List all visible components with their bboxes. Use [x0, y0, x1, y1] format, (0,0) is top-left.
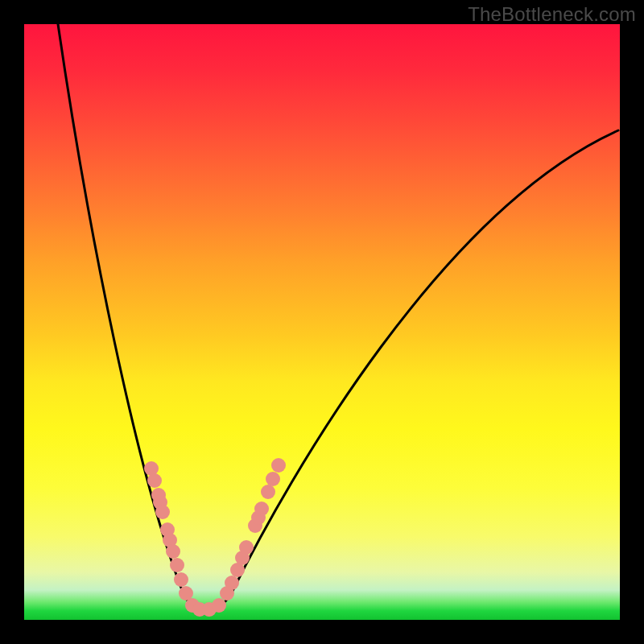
highlight-dot: [166, 544, 180, 559]
highlight-dot: [254, 502, 269, 516]
highlight-dot: [271, 458, 286, 473]
highlight-dot: [225, 576, 239, 590]
highlight-dot: [261, 485, 275, 499]
highlight-dot: [239, 540, 254, 555]
highlight-dot: [266, 472, 280, 486]
highlight-dots-group: [144, 458, 286, 617]
highlight-dot: [170, 558, 184, 572]
chart-frame: TheBottleneck.com: [0, 0, 644, 644]
curve-layer: [24, 24, 620, 620]
watermark-text: TheBottleneck.com: [468, 3, 636, 26]
highlight-dot: [212, 598, 226, 613]
highlight-dot: [155, 505, 170, 519]
highlight-dot: [147, 473, 162, 488]
highlight-dot: [174, 572, 188, 587]
bottleneck-curve: [58, 24, 618, 611]
plot-area: [24, 24, 620, 620]
